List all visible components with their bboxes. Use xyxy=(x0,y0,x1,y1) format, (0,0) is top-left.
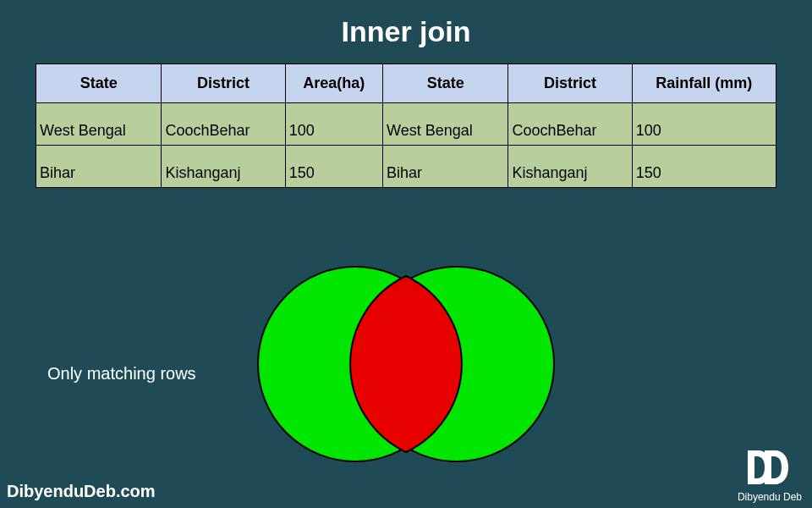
cell: CoochBehar xyxy=(162,103,285,146)
join-table: State District Area(ha) State District R… xyxy=(36,64,776,188)
page-title: Inner join xyxy=(0,0,812,64)
col-header: Area(ha) xyxy=(285,64,382,103)
col-header: District xyxy=(162,64,285,103)
cell: West Bengal xyxy=(36,103,162,146)
cell: Bihar xyxy=(36,146,162,188)
table-row: West Bengal CoochBehar 100 West Bengal C… xyxy=(36,103,776,146)
col-header: State xyxy=(36,64,162,103)
caption-text: Only matching rows xyxy=(47,364,196,384)
dd-logo-icon xyxy=(746,449,793,486)
cell: 100 xyxy=(632,103,776,146)
cell: 150 xyxy=(632,146,776,188)
cell: CoochBehar xyxy=(508,103,632,146)
venn-diagram-icon xyxy=(254,246,558,486)
footer-logo: Dibyendu Deb xyxy=(738,449,802,503)
col-header: District xyxy=(508,64,632,103)
cell: 150 xyxy=(285,146,382,188)
col-header: State xyxy=(383,64,508,103)
table-header-row: State District Area(ha) State District R… xyxy=(36,64,776,103)
col-header: Rainfall (mm) xyxy=(632,64,776,103)
footer-author: Dibyendu Deb xyxy=(738,491,802,503)
cell: Kishanganj xyxy=(508,146,632,188)
cell: Bihar xyxy=(383,146,508,188)
footer-site: DibyenduDeb.com xyxy=(7,482,156,501)
cell: Kishanganj xyxy=(162,146,285,188)
cell: West Bengal xyxy=(383,103,508,146)
table-row: Bihar Kishanganj 150 Bihar Kishanganj 15… xyxy=(36,146,776,188)
cell: 100 xyxy=(285,103,382,146)
